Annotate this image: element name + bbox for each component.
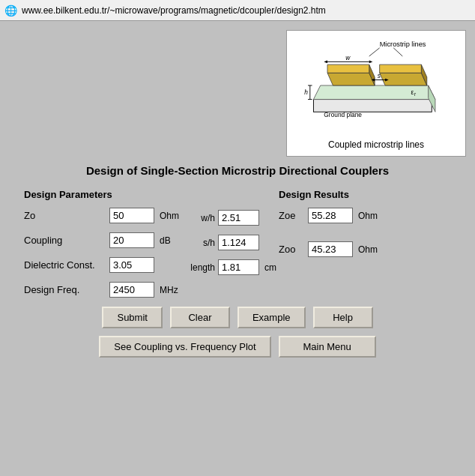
params-header: Design Parameters [24, 189, 189, 200]
buttons-row-1: Submit Clear Example Help [9, 307, 466, 328]
dielectric-label: Dielectric Const. [24, 259, 106, 271]
results-header: Design Results [279, 189, 451, 200]
wh-input[interactable] [218, 210, 259, 226]
sh-input[interactable] [218, 235, 259, 250]
svg-text:Microstrip lines: Microstrip lines [380, 40, 426, 48]
coupling-label: Coupling [24, 235, 106, 246]
svg-text:h: h [304, 88, 308, 96]
form-layout: Design Parameters Zo Ohm Coupling dB Die… [9, 189, 466, 307]
browser-icon: 🌐 [4, 4, 17, 16]
results-section: Design Results Zoe Ohm Zoo Ohm [279, 189, 451, 307]
freq-label: Design Freq. [24, 284, 106, 295]
main-menu-button[interactable]: Main Menu [279, 336, 376, 358]
wh-row: w/h [189, 210, 279, 226]
microstrip-diagram: Microstrip lines Substrate [294, 37, 459, 134]
zoe-unit: Ohm [358, 211, 378, 221]
help-button[interactable]: Help [313, 307, 373, 328]
zoe-label: Zoe [279, 210, 305, 221]
dielectric-input[interactable] [109, 257, 154, 273]
length-row: length cm [189, 259, 279, 275]
svg-text:s: s [378, 72, 381, 79]
browser-url: www.ee.bilkent.edu.tr/~microwave/program… [22, 5, 326, 16]
clear-button[interactable]: Clear [170, 307, 230, 328]
zoo-label: Zoo [279, 244, 305, 255]
zoe-input[interactable] [308, 208, 353, 223]
zo-label: Zo [24, 210, 106, 221]
svg-text:ε: ε [411, 88, 414, 96]
length-unit: cm [264, 262, 276, 273]
browser-bar: 🌐 www.ee.bilkent.edu.tr/~microwave/progr… [0, 0, 475, 21]
zo-row: Zo Ohm [24, 208, 189, 223]
diagram-caption: Coupled microstrip lines [293, 139, 459, 150]
zoo-input[interactable] [308, 241, 353, 257]
sh-row: s/h [189, 235, 279, 250]
zoe-row: Zoe Ohm [279, 208, 451, 223]
length-input[interactable] [218, 259, 259, 275]
page-content: Microstrip lines Substrate [0, 21, 475, 476]
page-title: Design of Single-Section Microstrip Dire… [9, 164, 466, 177]
diagram-container: Microstrip lines Substrate [9, 30, 466, 157]
params-section: Design Parameters Zo Ohm Coupling dB Die… [24, 189, 189, 307]
diagram-box: Microstrip lines Substrate [286, 30, 466, 157]
zoo-row: Zoo Ohm [279, 241, 451, 257]
coupling-input[interactable] [109, 232, 154, 248]
sh-label: s/h [189, 238, 215, 248]
example-button[interactable]: Example [238, 307, 306, 328]
buttons-row-2: See Coupling vs. Frequency Plot Main Men… [9, 336, 466, 358]
coupling-unit: dB [160, 235, 182, 246]
submit-button[interactable]: Submit [102, 307, 162, 328]
freq-unit: MHz [160, 285, 182, 295]
zoo-unit: Ohm [358, 244, 378, 255]
freq-input[interactable] [109, 282, 154, 298]
dielectric-row: Dielectric Const. [24, 257, 189, 273]
middle-section: w/h s/h length cm [189, 189, 279, 307]
zo-unit: Ohm [160, 211, 182, 221]
length-label: length [189, 262, 215, 273]
coupling-plot-button[interactable]: See Coupling vs. Frequency Plot [99, 336, 270, 358]
freq-row: Design Freq. MHz [24, 282, 189, 298]
coupling-row: Coupling dB [24, 232, 189, 248]
svg-text:Ground plane: Ground plane [324, 111, 362, 118]
svg-text:w: w [345, 54, 351, 61]
wh-label: w/h [189, 213, 215, 223]
svg-rect-4 [313, 100, 432, 112]
zo-input[interactable] [109, 208, 154, 223]
